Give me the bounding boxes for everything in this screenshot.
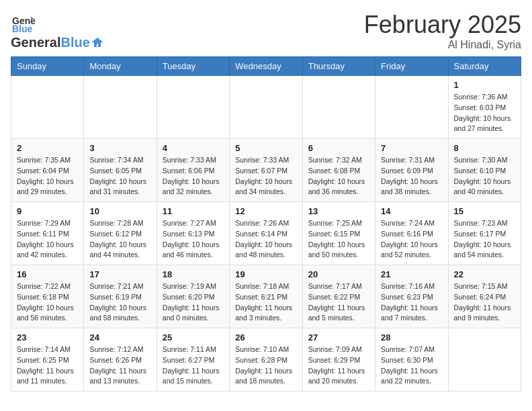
calendar-cell: 5Sunrise: 7:33 AM Sunset: 6:07 PM Daylig… (230, 139, 302, 202)
cell-info-text: Sunrise: 7:23 AM Sunset: 6:17 PM Dayligh… (454, 218, 515, 261)
cell-date-number: 1 (454, 80, 515, 90)
calendar-cell: 8Sunrise: 7:30 AM Sunset: 6:10 PM Daylig… (448, 139, 521, 202)
cell-info-text: Sunrise: 7:34 AM Sunset: 6:05 PM Dayligh… (89, 155, 150, 197)
calendar-cell: 7Sunrise: 7:31 AM Sunset: 6:09 PM Daylig… (375, 139, 448, 202)
cell-date-number: 2 (17, 143, 78, 153)
cell-info-text: Sunrise: 7:33 AM Sunset: 6:06 PM Dayligh… (163, 155, 224, 197)
cell-info-text: Sunrise: 7:31 AM Sunset: 6:09 PM Dayligh… (381, 155, 442, 197)
calendar-week-row: 9Sunrise: 7:29 AM Sunset: 6:11 PM Daylig… (11, 202, 521, 265)
logo-bird-icon (91, 36, 103, 48)
day-header-tuesday: Tuesday (157, 57, 229, 76)
calendar-cell: 1Sunrise: 7:36 AM Sunset: 6:03 PM Daylig… (448, 76, 521, 139)
calendar-cell (230, 76, 302, 139)
svg-marker-3 (91, 38, 103, 47)
calendar-cell: 22Sunrise: 7:15 AM Sunset: 6:24 PM Dayli… (448, 265, 521, 328)
logo-icon: General Blue (11, 11, 35, 35)
cell-info-text: Sunrise: 7:11 AM Sunset: 6:27 PM Dayligh… (163, 345, 224, 387)
cell-date-number: 27 (308, 332, 369, 342)
day-header-saturday: Saturday (448, 57, 521, 76)
cell-date-number: 21 (381, 269, 442, 279)
logo-blue: Blue (60, 35, 89, 50)
calendar-week-row: 2Sunrise: 7:35 AM Sunset: 6:04 PM Daylig… (11, 139, 521, 202)
day-header-thursday: Thursday (302, 57, 375, 76)
calendar-cell: 26Sunrise: 7:10 AM Sunset: 6:28 PM Dayli… (230, 328, 302, 392)
cell-date-number: 3 (89, 143, 150, 153)
cell-info-text: Sunrise: 7:29 AM Sunset: 6:11 PM Dayligh… (17, 218, 78, 261)
cell-date-number: 22 (454, 269, 515, 279)
calendar-week-row: 1Sunrise: 7:36 AM Sunset: 6:03 PM Daylig… (11, 76, 521, 139)
cell-info-text: Sunrise: 7:24 AM Sunset: 6:16 PM Dayligh… (381, 218, 442, 261)
cell-date-number: 17 (89, 269, 150, 279)
calendar-table: SundayMondayTuesdayWednesdayThursdayFrid… (11, 56, 521, 392)
calendar-cell: 15Sunrise: 7:23 AM Sunset: 6:17 PM Dayli… (448, 202, 521, 265)
calendar-cell: 23Sunrise: 7:14 AM Sunset: 6:25 PM Dayli… (11, 328, 84, 392)
cell-date-number: 9 (17, 206, 78, 216)
cell-date-number: 11 (163, 206, 224, 216)
calendar-week-row: 16Sunrise: 7:22 AM Sunset: 6:18 PM Dayli… (11, 265, 521, 328)
svg-text:Blue: Blue (12, 24, 33, 34)
cell-info-text: Sunrise: 7:26 AM Sunset: 6:14 PM Dayligh… (235, 218, 296, 261)
calendar-cell: 27Sunrise: 7:09 AM Sunset: 6:29 PM Dayli… (302, 328, 375, 392)
page-header: General Blue General Blue February 2025 … (11, 11, 521, 51)
calendar-cell (157, 76, 229, 139)
calendar-cell: 2Sunrise: 7:35 AM Sunset: 6:04 PM Daylig… (11, 139, 84, 202)
calendar-week-row: 23Sunrise: 7:14 AM Sunset: 6:25 PM Dayli… (11, 328, 521, 392)
calendar-cell: 11Sunrise: 7:27 AM Sunset: 6:13 PM Dayli… (157, 202, 229, 265)
cell-date-number: 18 (163, 269, 224, 279)
cell-info-text: Sunrise: 7:35 AM Sunset: 6:04 PM Dayligh… (17, 155, 78, 197)
calendar-header-row: SundayMondayTuesdayWednesdayThursdayFrid… (11, 57, 521, 76)
calendar-cell: 19Sunrise: 7:18 AM Sunset: 6:21 PM Dayli… (230, 265, 302, 328)
calendar-cell: 14Sunrise: 7:24 AM Sunset: 6:16 PM Dayli… (375, 202, 448, 265)
cell-info-text: Sunrise: 7:28 AM Sunset: 6:12 PM Dayligh… (89, 218, 150, 261)
cell-info-text: Sunrise: 7:16 AM Sunset: 6:23 PM Dayligh… (381, 281, 442, 324)
cell-date-number: 26 (235, 332, 296, 342)
cell-date-number: 6 (308, 143, 369, 153)
calendar-cell: 4Sunrise: 7:33 AM Sunset: 6:06 PM Daylig… (157, 139, 229, 202)
day-header-friday: Friday (375, 57, 448, 76)
cell-date-number: 8 (454, 143, 515, 153)
logo: General Blue General Blue (11, 11, 103, 50)
cell-date-number: 20 (308, 269, 369, 279)
cell-date-number: 10 (89, 206, 150, 216)
cell-info-text: Sunrise: 7:14 AM Sunset: 6:25 PM Dayligh… (17, 345, 78, 387)
day-header-monday: Monday (84, 57, 157, 76)
cell-info-text: Sunrise: 7:25 AM Sunset: 6:15 PM Dayligh… (308, 218, 369, 261)
cell-date-number: 7 (381, 143, 442, 153)
cell-info-text: Sunrise: 7:36 AM Sunset: 6:03 PM Dayligh… (454, 92, 515, 134)
logo-general: General (11, 35, 60, 50)
cell-info-text: Sunrise: 7:07 AM Sunset: 6:30 PM Dayligh… (381, 345, 442, 387)
cell-info-text: Sunrise: 7:10 AM Sunset: 6:28 PM Dayligh… (235, 345, 296, 387)
day-header-wednesday: Wednesday (230, 57, 302, 76)
cell-info-text: Sunrise: 7:32 AM Sunset: 6:08 PM Dayligh… (308, 155, 369, 197)
cell-info-text: Sunrise: 7:30 AM Sunset: 6:10 PM Dayligh… (454, 155, 515, 197)
calendar-cell: 28Sunrise: 7:07 AM Sunset: 6:30 PM Dayli… (375, 328, 448, 392)
location-title: Al Hinadi, Syria (364, 39, 521, 51)
calendar-cell: 16Sunrise: 7:22 AM Sunset: 6:18 PM Dayli… (11, 265, 84, 328)
calendar-cell (11, 76, 84, 139)
calendar-cell (302, 76, 375, 139)
month-title: February 2025 (364, 11, 521, 39)
cell-date-number: 23 (17, 332, 78, 342)
cell-date-number: 15 (454, 206, 515, 216)
day-header-sunday: Sunday (11, 57, 84, 76)
calendar-cell: 17Sunrise: 7:21 AM Sunset: 6:19 PM Dayli… (84, 265, 157, 328)
cell-date-number: 4 (163, 143, 224, 153)
title-block: February 2025 Al Hinadi, Syria (364, 11, 521, 51)
calendar-cell (375, 76, 448, 139)
calendar-cell: 3Sunrise: 7:34 AM Sunset: 6:05 PM Daylig… (84, 139, 157, 202)
cell-date-number: 5 (235, 143, 296, 153)
cell-date-number: 12 (235, 206, 296, 216)
calendar-cell: 24Sunrise: 7:12 AM Sunset: 6:26 PM Dayli… (84, 328, 157, 392)
cell-info-text: Sunrise: 7:33 AM Sunset: 6:07 PM Dayligh… (235, 155, 296, 197)
cell-info-text: Sunrise: 7:09 AM Sunset: 6:29 PM Dayligh… (308, 345, 369, 387)
cell-info-text: Sunrise: 7:22 AM Sunset: 6:18 PM Dayligh… (17, 281, 78, 324)
calendar-cell: 25Sunrise: 7:11 AM Sunset: 6:27 PM Dayli… (157, 328, 229, 392)
cell-info-text: Sunrise: 7:12 AM Sunset: 6:26 PM Dayligh… (89, 345, 150, 387)
cell-date-number: 19 (235, 269, 296, 279)
cell-date-number: 24 (89, 332, 150, 342)
calendar-cell: 9Sunrise: 7:29 AM Sunset: 6:11 PM Daylig… (11, 202, 84, 265)
calendar-cell: 6Sunrise: 7:32 AM Sunset: 6:08 PM Daylig… (302, 139, 375, 202)
cell-info-text: Sunrise: 7:18 AM Sunset: 6:21 PM Dayligh… (235, 281, 296, 324)
cell-date-number: 28 (381, 332, 442, 342)
calendar-cell: 13Sunrise: 7:25 AM Sunset: 6:15 PM Dayli… (302, 202, 375, 265)
